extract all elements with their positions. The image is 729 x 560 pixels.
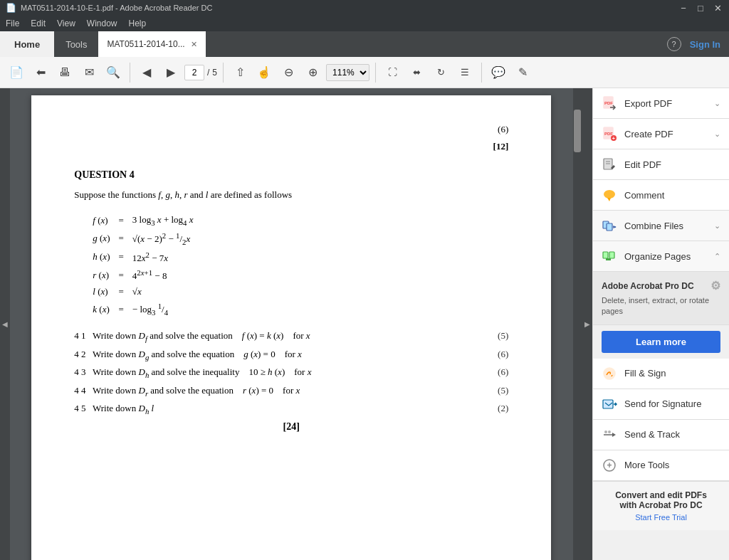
export-pdf-expand: ⌄ [714,99,720,108]
page-separator: / [207,68,209,78]
organize-pages-item[interactable]: Organize Pages ⌃ [593,241,729,272]
pro-dc-description: Delete, insert, extract, or rotate pages [602,295,720,317]
combine-files-item[interactable]: Combine Files ⌄ [593,211,729,241]
subquestion-41: 4 1 Write down Df and solve the equation… [74,330,508,343]
edit-pdf-label: Edit PDF [624,159,720,170]
svg-rect-13 [607,223,612,231]
more-tools-label: More Tools [624,460,720,470]
svg-point-17 [604,368,615,379]
print-button[interactable]: 🖶 [54,62,75,83]
fit-width-button[interactable]: ⬌ [406,62,427,83]
pdf-page: (6) [12] QUESTION 4 Suppose the function… [31,95,551,560]
send-signature-item[interactable]: Send for Signature [593,389,729,420]
learn-more-button[interactable]: Learn more [602,331,720,353]
function-row-k: k (x) = − log3 1/4 [88,300,197,319]
export-pdf-icon: PDF [602,95,617,111]
tab-document[interactable]: MAT0511-2014-10... ✕ [98,31,205,57]
organize-pages-label: Organize Pages [624,251,707,262]
scroll-thumb[interactable] [574,110,581,152]
bracket-score1: [12] [74,141,508,152]
fill-sign-icon [602,366,617,381]
toolbar-separator-3 [375,63,376,83]
toolbar-separator-2 [223,63,224,83]
question-title: QUESTION 4 [74,169,508,181]
maximize-button[interactable]: □ [695,3,706,14]
left-panel-toggle[interactable]: ◀ [0,88,10,560]
minimize-button[interactable]: − [678,3,689,14]
fill-sign-item[interactable]: Fill & Sign [593,359,729,389]
menu-edit[interactable]: Edit [31,19,46,28]
signin-button[interactable]: Sign In [690,39,720,50]
start-trial-link[interactable]: Start Free Trial [602,513,720,522]
rotate-button[interactable]: ↻ [430,62,451,83]
more-tools-item[interactable]: + More Tools [593,450,729,481]
pdf-viewer: (6) [12] QUESTION 4 Suppose the function… [10,88,582,560]
close-button[interactable]: ✕ [712,3,723,14]
bookmark-button[interactable]: ☰ [454,62,476,83]
tab-close-button[interactable]: ✕ [191,40,197,49]
create-pdf-expand: ⌄ [714,130,720,139]
fit-page-button[interactable]: ⛶ [382,62,403,83]
back-button[interactable]: ⬅ [30,62,51,83]
total-score: [24] [74,421,508,433]
prev-page-button[interactable]: ◀ [136,62,157,83]
tab-tools[interactable]: Tools [54,31,98,57]
email-button[interactable]: ✉ [78,62,100,83]
hand-tool-button[interactable]: ☝ [253,62,275,83]
top-score: (6) [74,124,508,135]
help-button[interactable]: ? [667,37,681,51]
edit-pdf-item[interactable]: Edit PDF [593,149,729,180]
function-row-g: g (x) = √(x − 2)2 − 1/2x [88,229,197,248]
svg-rect-14 [603,252,608,258]
new-file-button[interactable]: 📄 [6,62,27,83]
organize-pages-collapse: ⌃ [714,252,720,261]
svg-marker-11 [607,198,611,201]
toolbar-separator-1 [130,63,130,83]
menu-view[interactable]: View [57,19,75,28]
function-row-f: f (x) = 3 log3 x + log4 x [88,212,197,229]
tab-home[interactable]: Home [0,31,54,57]
title-bar: 📄 MAT0511-2014-10-E-1.pdf - Adobe Acroba… [0,0,729,16]
convert-title: Convert and edit PDFswith Acrobat Pro DC [602,490,720,510]
function-row-r: r (x) = 42x+1 − 8 [88,266,197,284]
comment-button[interactable]: 💬 [488,62,509,83]
svg-rect-16 [606,258,611,260]
page-number-input[interactable] [184,65,204,80]
svg-point-22 [608,430,611,433]
svg-text:PDF: PDF [604,101,613,105]
svg-marker-20 [612,433,616,437]
subquestion-44: 4 4 Write down Dr and solve the equation… [74,385,508,398]
export-pdf-label: Export PDF [624,98,707,109]
send-track-icon [602,427,617,443]
subquestion-45: 4 5 Write down Dh l (2) [74,403,508,416]
convert-section: Convert and edit PDFswith Acrobat Pro DC… [593,481,729,530]
zoom-out-button[interactable]: ⊖ [278,62,299,83]
tab-bar: Home Tools MAT0511-2014-10... ✕ ? Sign I… [0,31,729,57]
create-pdf-label: Create PDF [624,129,707,139]
select-tool-button[interactable]: ⇧ [229,62,251,83]
draw-button[interactable]: ✎ [512,62,533,83]
next-page-button[interactable]: ▶ [160,62,182,83]
create-pdf-item[interactable]: PDF + Create PDF ⌄ [593,119,729,149]
question-intro: Suppose the functions f, g, h, r and l a… [74,189,508,201]
comment-icon [602,187,617,203]
svg-text:+: + [612,135,616,142]
menu-help[interactable]: Help [129,19,147,28]
search-button[interactable]: 🔍 [103,62,124,83]
right-panel-toggle[interactable]: ▶ [582,88,592,560]
menu-window[interactable]: Window [87,19,117,28]
svg-text:+: + [607,460,612,470]
page-nav: / 5 [184,65,217,80]
combine-files-expand: ⌄ [714,221,720,231]
edit-pdf-icon [602,157,617,172]
function-row-h: h (x) = 12x2 − 7x [88,248,197,266]
comment-item[interactable]: Comment [593,180,729,211]
export-pdf-item[interactable]: PDF Export PDF ⌄ [593,88,729,119]
main-area: ◀ (6) [12] QUESTION 4 Suppose the functi… [0,88,729,560]
zoom-in-button[interactable]: ⊕ [302,62,323,83]
send-track-item[interactable]: Send & Track [593,420,729,450]
right-panel: PDF Export PDF ⌄ PDF + Create PDF ⌄ [592,88,729,560]
zoom-select[interactable]: 111% [326,64,369,81]
menu-file[interactable]: File [6,19,19,28]
scroll-bar-vertical[interactable] [573,88,583,560]
